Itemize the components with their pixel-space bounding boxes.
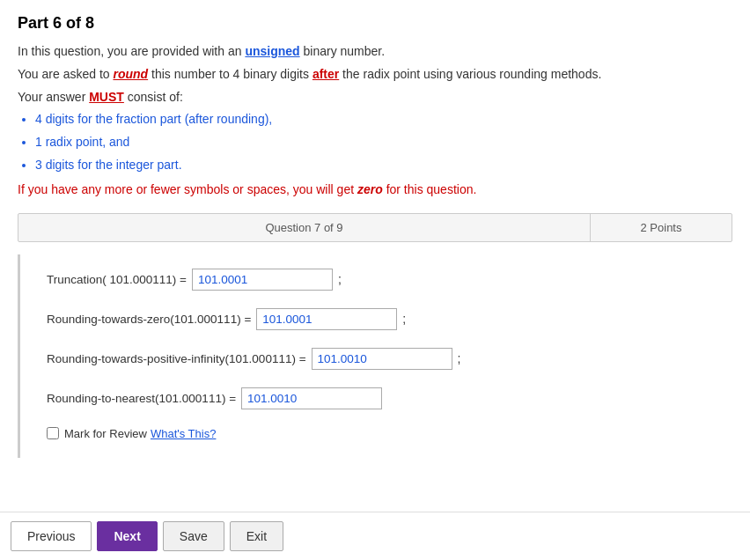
instruction-keyword-after: after bbox=[312, 67, 339, 81]
rounding-nearest-input[interactable] bbox=[241, 387, 382, 409]
previous-button[interactable]: Previous bbox=[11, 521, 92, 551]
truncation-row: Truncation( 101.000111) = ; bbox=[47, 269, 715, 291]
instruction-line1: In this question, you are provided with … bbox=[18, 41, 732, 63]
instruction-keyword-must: MUST bbox=[89, 90, 124, 104]
question-header: Question 7 of 9 2 Points bbox=[18, 213, 732, 242]
bullet-item-3: 3 digits for the integer part. bbox=[35, 155, 732, 176]
footer-bar: Previous Next Save Exit bbox=[0, 512, 750, 560]
rounding-zero-row: Rounding-towards-zero(101.000111) = ; bbox=[47, 308, 715, 330]
whats-this-link[interactable]: What's This? bbox=[151, 427, 217, 440]
truncation-label: Truncation( 101.000111) = bbox=[47, 273, 187, 286]
instructions: In this question, you are provided with … bbox=[18, 41, 732, 201]
part-title: Part 6 of 8 bbox=[18, 14, 732, 33]
instruction-keyword-unsigned: unsigned bbox=[245, 44, 299, 58]
instruction-line2-pre: You are asked to bbox=[18, 67, 113, 81]
instruction-line3: Your answer MUST consist of: bbox=[18, 87, 732, 108]
rounding-pos-inf-input[interactable] bbox=[312, 348, 452, 370]
mark-review-checkbox[interactable] bbox=[47, 427, 59, 439]
instruction-line2: You are asked to round this number to 4 … bbox=[18, 64, 732, 85]
rounding-nearest-row: Rounding-to-nearest(101.000111) = bbox=[47, 387, 715, 409]
bullet-item-1: 4 digits for the fraction part (after ro… bbox=[35, 109, 732, 130]
rounding-zero-label: Rounding-towards-zero(101.000111) = bbox=[47, 313, 251, 326]
question-body: Truncation( 101.000111) = ; Rounding-tow… bbox=[18, 254, 732, 458]
instruction-line1-pre: In this question, you are provided with … bbox=[18, 44, 245, 58]
rounding-pos-inf-row: Rounding-towards-positive-infinity(101.0… bbox=[47, 348, 715, 370]
question-label: Question 7 of 9 bbox=[18, 214, 591, 241]
mark-review-row: Mark for Review What's This? bbox=[47, 427, 715, 440]
bullet-list: 4 digits for the fraction part (after ro… bbox=[35, 109, 732, 175]
rounding-zero-input[interactable] bbox=[256, 308, 397, 330]
exit-button[interactable]: Exit bbox=[230, 521, 283, 551]
mark-review-label: Mark for Review bbox=[64, 427, 147, 440]
zero-keyword: zero bbox=[357, 182, 383, 196]
rounding-pos-inf-label: Rounding-towards-positive-infinity(101.0… bbox=[47, 352, 306, 365]
instruction-keyword-round: round bbox=[113, 67, 148, 81]
instruction-line2-post: the radix point using various rounding m… bbox=[339, 67, 601, 81]
main-content: Part 6 of 8 In this question, you are pr… bbox=[0, 0, 750, 512]
zero-warning: If you have any more or fewer symbols or… bbox=[18, 180, 732, 201]
rounding-pos-inf-semicolon: ; bbox=[458, 351, 461, 365]
instruction-line3-pre: Your answer bbox=[18, 90, 89, 104]
bullet-item-2: 1 radix point, and bbox=[35, 132, 732, 153]
truncation-semicolon: ; bbox=[338, 272, 342, 286]
instruction-line1-post: binary number. bbox=[300, 44, 386, 58]
instruction-line3-post: consist of: bbox=[124, 90, 183, 104]
rounding-zero-semicolon: ; bbox=[402, 312, 406, 326]
save-button[interactable]: Save bbox=[163, 521, 224, 551]
question-points: 2 Points bbox=[591, 214, 732, 241]
next-button[interactable]: Next bbox=[97, 521, 157, 551]
truncation-input[interactable] bbox=[192, 269, 333, 291]
rounding-nearest-label: Rounding-to-nearest(101.000111) = bbox=[47, 392, 236, 405]
instruction-line2-mid: this number to 4 binary digits bbox=[148, 67, 312, 81]
